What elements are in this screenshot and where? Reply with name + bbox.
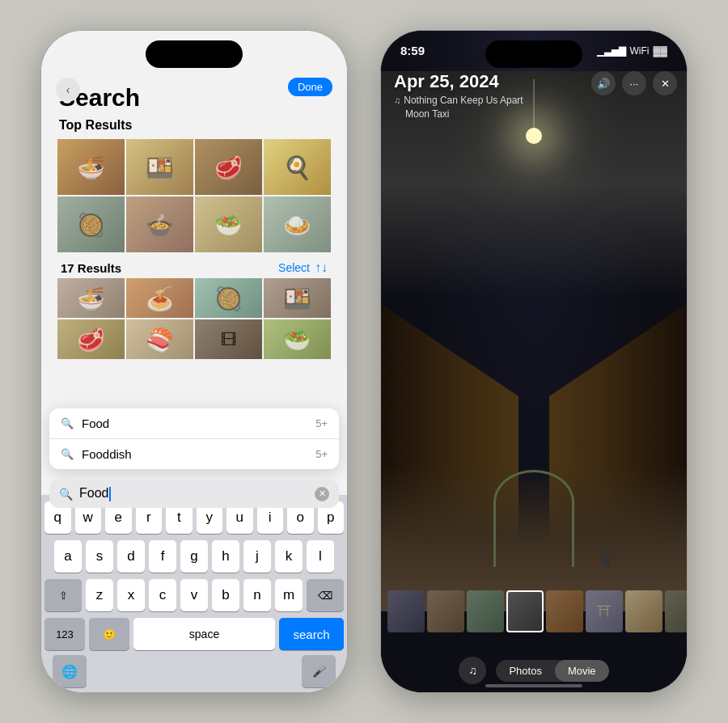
phone1-content: ‹ Done Search Top Results 🍜 🍱 🥩 🍳 🥘 🍲 🥗 … (41, 31, 347, 692)
shift-key[interactable]: ⇧ (44, 579, 82, 611)
back-button[interactable]: ‹ (56, 78, 80, 102)
status-bar: 8:59 ▁▃▅▇ WiFi ▓▓ (381, 44, 687, 57)
key-z[interactable]: z (86, 579, 113, 611)
key-k[interactable]: k (275, 540, 303, 573)
dynamic-island-1 (146, 40, 243, 68)
tunnel-light (526, 128, 542, 144)
video-song-info: ♫ Nothing Can Keep Us Apart (394, 95, 674, 106)
photo-cell[interactable]: 🥘 (195, 278, 262, 318)
autocomplete-count: 5+ (315, 417, 328, 429)
film-thumb[interactable] (427, 590, 464, 632)
key-v[interactable]: v (180, 579, 208, 611)
autocomplete-item-fooddish[interactable]: 🔍 Fooddish 5+ (49, 439, 339, 469)
search-small-icon: 🔍 (61, 417, 74, 429)
phone-search: ‹ Done Search Top Results 🍜 🍱 🥩 🍳 🥘 🍲 🥗 … (40, 30, 348, 693)
close-button[interactable]: ✕ (653, 71, 677, 95)
num-key[interactable]: 123 (44, 618, 85, 650)
key-a[interactable]: a (54, 540, 82, 573)
home-indicator-2 (485, 684, 582, 687)
volume-icon: 🔊 (597, 78, 610, 90)
music-button[interactable]: ♫ (459, 657, 486, 684)
photo-cell[interactable]: 🍱 (126, 139, 193, 195)
more-button[interactable]: ··· (622, 71, 646, 95)
results-bar: 17 Results Select ↑↓ (57, 254, 331, 278)
key-l[interactable]: l (307, 540, 334, 573)
film-thumb-active[interactable] (506, 590, 544, 632)
photos-tab[interactable]: Photos (496, 660, 554, 682)
space-key[interactable]: space (133, 618, 275, 650)
done-button[interactable]: Done (288, 78, 332, 96)
status-icons: ▁▃▅▇ WiFi ▓▓ (597, 45, 668, 57)
status-time: 8:59 (400, 44, 425, 57)
film-thumb[interactable] (546, 590, 583, 632)
globe-key[interactable]: 🌐 (53, 655, 87, 687)
search-key[interactable]: search (279, 618, 344, 650)
tab-switcher: Photos Movie (496, 660, 608, 682)
photo-cell[interactable]: 🍜 (57, 278, 125, 318)
select-button[interactable]: Select (278, 261, 310, 274)
search-bar[interactable]: 🔍 Food ✕ (49, 480, 339, 508)
autocomplete-dropdown: 🔍 Food 5+ 🔍 Fooddish 5+ (49, 408, 339, 469)
search-bar-text[interactable]: Food (79, 486, 315, 501)
photo-cell[interactable]: 🥘 (57, 197, 125, 252)
keyboard-bottom-row: 123 🙂 space search (44, 618, 344, 650)
search-small-icon-2: 🔍 (61, 448, 74, 460)
key-j[interactable]: j (243, 540, 271, 573)
autocomplete-item-food[interactable]: 🔍 Food 5+ (49, 408, 339, 439)
mic-key[interactable]: 🎤 (302, 655, 336, 687)
photo-cell[interactable]: 🥗 (264, 319, 331, 359)
video-controls-top: 🔊 ··· ✕ (591, 71, 677, 95)
sort-icon[interactable]: ↑↓ (315, 260, 328, 275)
results-count: 17 Results (61, 261, 121, 275)
top-photo-grid: 🍜 🍱 🥩 🍳 🥘 🍲 🥗 🍛 (57, 139, 331, 252)
keyboard: q w e r t y u i o p a s d f g h (41, 495, 347, 692)
key-g[interactable]: g (180, 540, 208, 573)
delete-key[interactable]: ⌫ (307, 579, 344, 611)
search-clear-button[interactable]: ✕ (315, 487, 329, 501)
key-n[interactable]: n (243, 579, 271, 611)
photo-cell[interactable]: 🍣 (126, 319, 193, 359)
key-m[interactable]: m (275, 579, 303, 611)
film-thumb[interactable] (387, 590, 425, 632)
emoji-key[interactable]: 🙂 (89, 618, 129, 650)
film-thumb[interactable] (665, 590, 687, 632)
photo-cell[interactable]: 🥗 (195, 197, 262, 252)
scene: ‹ Done Search Top Results 🍜 🍱 🥩 🍳 🥘 🍲 🥗 … (0, 0, 728, 723)
photo-cell[interactable]: 🥩 (57, 319, 125, 359)
wifi-icon: WiFi (630, 45, 650, 57)
results-photo-grid: 🍜 🍝 🥘 🍱 🥩 🍣 🎞 🥗 (57, 278, 331, 359)
photo-cell[interactable]: 🍱 (264, 278, 331, 318)
keyboard-row-2: a s d f g h j k l (44, 540, 344, 573)
photo-cell[interactable]: 🍳 (264, 139, 331, 195)
film-thumb[interactable] (625, 590, 662, 632)
key-x[interactable]: x (117, 579, 145, 611)
video-bottom-controls: ♫ Photos Movie (381, 657, 687, 684)
key-s[interactable]: s (86, 540, 113, 573)
photo-cell[interactable]: 🎞 (195, 319, 262, 359)
signal-icon: ▁▃▅▇ (597, 45, 626, 57)
photo-cell[interactable]: 🍜 (57, 139, 125, 195)
key-h[interactable]: h (212, 540, 239, 573)
key-b[interactable]: b (212, 579, 239, 611)
photo-cell[interactable]: 🍲 (126, 197, 193, 252)
photo-cell[interactable]: 🥩 (195, 139, 262, 195)
volume-button[interactable]: 🔊 (591, 71, 616, 95)
phone2-content: 8:59 ▁▃▅▇ WiFi ▓▓ Apr 25, 2024 ♫ Nothing… (381, 31, 687, 692)
search-bar-icon: 🔍 (59, 488, 73, 501)
key-c[interactable]: c (149, 579, 176, 611)
key-f[interactable]: f (149, 540, 176, 573)
artist-name: Moon Taxi (405, 108, 449, 120)
battery-icon: ▓▓ (654, 45, 668, 57)
song-title: Nothing Can Keep Us Apart (404, 95, 523, 106)
autocomplete-label: Food (82, 416, 315, 430)
photo-cell[interactable]: 🍛 (264, 197, 331, 252)
key-d[interactable]: d (117, 540, 145, 573)
tunnel-arch (493, 470, 574, 567)
film-thumb[interactable]: ⛩ (586, 590, 623, 632)
back-icon: ‹ (66, 83, 70, 96)
movie-tab[interactable]: Movie (555, 660, 609, 682)
tunnel-person (603, 549, 610, 567)
close-icon: ✕ (661, 78, 670, 90)
photo-cell[interactable]: 🍝 (126, 278, 193, 318)
film-thumb[interactable] (467, 590, 504, 632)
